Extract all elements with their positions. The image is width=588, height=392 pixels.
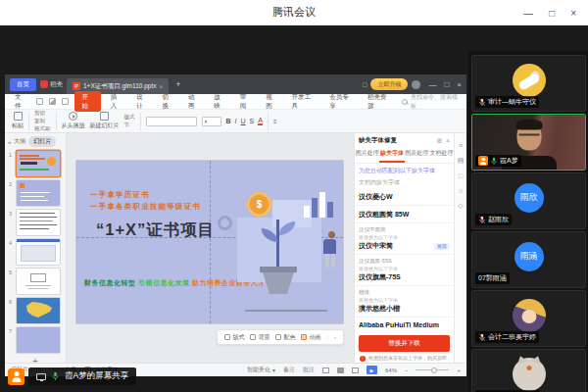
copy-button[interactable]: 复制 — [34, 118, 51, 124]
menu-insert[interactable]: 插入 — [107, 92, 126, 112]
slideshow-play-button[interactable]: ▶ — [367, 366, 377, 374]
menu-review[interactable]: 审阅 — [236, 92, 256, 112]
slide-thumbnail-6[interactable] — [17, 298, 60, 323]
task-icon-4[interactable]: ○ — [459, 187, 463, 194]
zoom-in-button[interactable]: + — [457, 368, 461, 373]
pane-tab-chart[interactable]: 图表处理 — [405, 147, 429, 163]
gear-icon[interactable]: ⚙ — [436, 137, 442, 145]
slide-thumbnail-7[interactable] — [17, 327, 60, 353]
reading-view-icon[interactable] — [352, 368, 359, 373]
menu-view[interactable]: 视图 — [262, 92, 281, 112]
layout-switch-icon[interactable]: □ — [363, 81, 367, 88]
pane-tab-document[interactable]: 文档处理 — [429, 147, 454, 163]
menu-file[interactable]: 文件 — [11, 92, 30, 112]
menu-docer-res[interactable]: 稻壳资源 — [364, 92, 396, 112]
font-item[interactable]: 楷体 将替换为以下字体 演示悠然小楷 — [355, 286, 454, 318]
font-item[interactable]: 汉仪中黑简 将替换为以下字体 汉仪中宋简 推荐 — [355, 223, 454, 255]
pane-tab-image[interactable]: 图片处理 — [355, 147, 379, 163]
notes-button[interactable]: 备注 — [283, 366, 295, 374]
quick-scheme-button[interactable]: 配色 — [275, 333, 295, 342]
quick-animation-button[interactable]: 动画 — [301, 333, 320, 342]
task-icon-3[interactable]: □ — [459, 172, 463, 179]
menu-design[interactable]: 设计 — [132, 92, 152, 112]
wps-maximize-icon[interactable]: □ — [444, 80, 449, 89]
quick-layout-button[interactable]: 版式 — [224, 333, 244, 342]
chevron-right-icon[interactable]: › — [334, 334, 336, 340]
layout-button[interactable]: 版式 — [124, 114, 135, 121]
participant-tile[interactable]: 雨涵 07郭雨涵 — [471, 231, 586, 288]
maximize-icon[interactable]: □ — [549, 8, 555, 19]
menu-member[interactable]: 会员专享 — [325, 92, 358, 112]
command-search[interactable]: 查找命令、搜索模板 — [402, 93, 461, 111]
task-icon-5[interactable]: ◇ — [458, 202, 463, 210]
slide-thumbnail-3[interactable] — [17, 210, 60, 235]
current-slide[interactable]: 一手拿学历证书 一手拿各类职业技能等级证书 “1+X”证书项目 财务信息化转型 … — [76, 161, 343, 323]
wps-close-icon[interactable]: × — [457, 80, 462, 89]
bold-button[interactable]: B — [226, 118, 231, 124]
pane-tab-missing-fonts[interactable]: 缺失字体 — [379, 147, 404, 163]
save-icon[interactable] — [36, 98, 43, 105]
close-icon[interactable]: × — [570, 8, 576, 19]
font-size-select[interactable]: ▾ — [202, 117, 221, 126]
section-button[interactable]: 节 — [124, 122, 135, 128]
add-slide-button[interactable]: + — [5, 355, 66, 363]
editing-canvas[interactable]: 一手拿学历证书 一手拿各类职业技能等级证书 “1+X”证书项目 财务信息化转型 … — [67, 133, 354, 363]
strike-button[interactable]: S — [250, 118, 255, 124]
menu-home[interactable]: 开始 — [74, 91, 100, 112]
tab-close-icon[interactable]: × — [159, 83, 163, 90]
slide-thumbnail-2[interactable] — [17, 180, 60, 206]
zoom-slider[interactable] — [416, 369, 449, 370]
new-tab-button[interactable]: + — [172, 79, 183, 89]
zoom-out-button[interactable]: − — [405, 368, 409, 373]
play-from-start-button[interactable]: 从头播放 — [62, 112, 85, 130]
menu-devtools[interactable]: 开发工具 — [288, 92, 320, 112]
underline-button[interactable]: U — [241, 118, 246, 124]
font-color-button[interactable]: A — [258, 117, 263, 125]
tab-slides[interactable]: 幻灯片 — [28, 136, 56, 147]
smart-beautify-button[interactable]: 智能美化 ▾ — [247, 366, 275, 374]
slide-subtitle-line1[interactable]: 一手拿学历证书 — [90, 190, 150, 200]
slide-thumbnail-4[interactable] — [17, 239, 60, 265]
pane-close-icon[interactable]: × — [446, 137, 450, 144]
font-item[interactable]: Alibaba PuHuiTi Medium — [355, 318, 454, 331]
wps-minimize-icon[interactable]: — — [428, 80, 436, 89]
participant-tile[interactable]: 审计—蜗牛守仪 — [471, 55, 586, 112]
task-icon-1[interactable]: ≡ — [459, 142, 463, 149]
participant-tile-active-speaker[interactable]: 霞A梦 — [471, 114, 586, 171]
wps-docer-tab[interactable]: 稻壳 — [40, 80, 63, 89]
format-painter-button[interactable]: 格式刷 — [34, 125, 51, 132]
participant-tile[interactable]: 会计二班吴宇婷 — [471, 290, 586, 347]
italic-button[interactable]: I — [235, 118, 237, 124]
normal-view-icon[interactable] — [322, 368, 329, 373]
new-slide-button[interactable]: 新建幻灯片 — [90, 112, 120, 130]
zoom-slider-knob[interactable] — [431, 368, 437, 373]
quick-background-button[interactable]: 背景 — [250, 333, 270, 342]
cut-button[interactable]: 剪切 — [34, 110, 51, 117]
undo-icon[interactable] — [62, 98, 69, 105]
slide-subtitle-line2[interactable]: 一手拿各类职业技能等级证书 — [90, 202, 201, 212]
paste-button[interactable]: 粘贴 — [12, 112, 24, 130]
bullets-button[interactable]: ≡ — [273, 119, 277, 124]
wps-avatar[interactable] — [412, 80, 420, 89]
comments-button[interactable]: 批注 — [303, 366, 315, 374]
wps-home-button[interactable]: 首页 — [10, 78, 36, 91]
upgrade-button[interactable]: 立即升级 — [370, 78, 408, 90]
collapse-panel-icon[interactable]: « — [8, 139, 11, 145]
minimize-icon[interactable]: — — [523, 8, 533, 19]
slide-thumbnail-5[interactable] — [17, 269, 60, 294]
menu-animation[interactable]: 动画 — [184, 92, 204, 112]
participant-tile[interactable]: 会计70班杨紫敏 — [471, 349, 586, 392]
replace-download-button[interactable]: 替换并下载 — [359, 335, 450, 352]
print-icon[interactable] — [49, 98, 56, 105]
slide-thumbnail-1[interactable] — [17, 151, 60, 176]
font-item[interactable]: 汉仪菱心W — [355, 188, 454, 206]
font-name-select[interactable] — [146, 117, 197, 126]
font-item[interactable]: 汉仪粗圆简 85W — [355, 206, 454, 223]
font-item[interactable]: 汉仪旗黑-55S 将替换为以下字体 汉仪旗黑-75S — [355, 255, 454, 286]
tab-outline[interactable]: 大纲 — [14, 137, 25, 146]
slide-title[interactable]: “1+X”证书项目 — [96, 220, 215, 241]
menu-slideshow[interactable]: 放映 — [210, 92, 229, 112]
menu-transition[interactable]: 切换 — [159, 92, 178, 112]
participant-tile[interactable]: 雨欣 赵雨欣 — [471, 172, 586, 229]
sorter-view-icon[interactable] — [337, 368, 344, 373]
